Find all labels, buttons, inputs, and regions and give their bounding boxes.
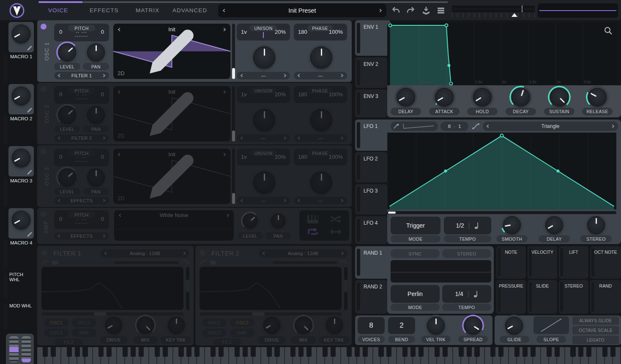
always-glide-toggle[interactable]: ALWAYS GLIDE (572, 316, 619, 325)
osc2-scrollbar[interactable] (232, 86, 235, 141)
filter2-input-osc3[interactable]: OSC3 (202, 329, 227, 337)
macro4-drag-strip[interactable] (3, 239, 8, 269)
piano-black-key[interactable] (602, 347, 607, 357)
piano-black-key[interactable] (131, 347, 136, 357)
piano-black-key[interactable] (570, 347, 575, 357)
lfo-mode-value[interactable]: Trigger (391, 217, 440, 234)
mod-wheel-strip[interactable] (3, 304, 8, 330)
piano-black-key[interactable] (194, 347, 200, 357)
env-hold-knob[interactable] (473, 88, 492, 106)
tab-env2[interactable]: ENV 2 (355, 57, 387, 88)
piano-black-key[interactable] (331, 347, 336, 357)
tab-rand2[interactable]: RAND 2 (355, 280, 387, 314)
lfo-phase-slider[interactable] (387, 211, 616, 214)
filter2-resonance-handle[interactable] (344, 280, 347, 292)
pitch-wheel[interactable] (9, 336, 19, 362)
tab-lfo2[interactable]: LFO 2 (355, 152, 387, 182)
piano-black-key[interactable] (514, 347, 520, 357)
piano-black-key[interactable] (547, 347, 552, 357)
rand-stereo-button[interactable]: STEREO (442, 249, 491, 258)
macro4-edit-pencil-icon[interactable] (27, 231, 33, 237)
lfo-shape-selector[interactable]: Triangle (483, 122, 618, 131)
env-release-knob[interactable] (588, 88, 607, 106)
filter1-input-smp[interactable]: SMP (72, 329, 96, 337)
macro1-edit-pencil-icon[interactable] (27, 45, 33, 51)
filter2-input-osc1[interactable]: OSC1 (202, 318, 227, 327)
lfo-display[interactable] (387, 133, 616, 209)
osc3-unison-knob[interactable] (253, 171, 275, 193)
tab-env3[interactable]: ENV 3 (355, 90, 387, 117)
macro4-knob[interactable] (12, 211, 30, 229)
piano-black-key[interactable] (419, 347, 424, 357)
piano-black-key[interactable] (251, 347, 256, 357)
mod-source-stereo[interactable]: STEREO (559, 280, 588, 314)
osc1-phase-rand[interactable]: 100% (329, 29, 343, 35)
filter2-input-smp[interactable]: SMP (230, 329, 254, 337)
random-phase-icon[interactable] (330, 215, 342, 224)
piano-black-key[interactable] (474, 347, 479, 357)
lfo-stereo-knob[interactable] (587, 216, 605, 234)
piano-black-key[interactable] (178, 347, 183, 357)
piano-black-key[interactable] (274, 347, 279, 357)
mod-wheel[interactable] (22, 336, 31, 362)
env-point-handle[interactable] (447, 64, 450, 67)
osc1-phase-value[interactable]: 180 (298, 29, 307, 35)
piano-black-key[interactable] (186, 347, 191, 357)
piano-black-key[interactable] (386, 347, 391, 357)
env-point-handle[interactable] (388, 23, 392, 27)
rand-sync-button[interactable]: SYNC (391, 249, 440, 258)
osc1-pan-knob[interactable] (87, 43, 105, 61)
osc1-wave-edit-pencil-icon[interactable] (113, 24, 230, 79)
loop-icon[interactable] (307, 227, 319, 236)
filter2-mix-knob[interactable] (295, 317, 312, 334)
preset-browser[interactable]: Init Preset (218, 4, 386, 17)
osc2-wavetable-display[interactable]: Init 2D (113, 86, 230, 141)
vel-trk-knob[interactable] (427, 317, 445, 334)
piano-black-key[interactable] (235, 347, 240, 357)
undo-icon[interactable] (391, 6, 401, 15)
piano-black-key[interactable] (586, 347, 591, 357)
osc3-phase-knob[interactable] (310, 171, 332, 193)
osc3-pitch-box[interactable]: PITCH 0 0 •• ••• ••••••• (54, 149, 109, 166)
tab-env1[interactable]: ENV 1 (355, 20, 391, 56)
filter1-keytrk-knob[interactable] (168, 317, 185, 334)
piano-black-key[interactable] (75, 347, 80, 357)
mod-source-oct-note[interactable]: OCT NOTE (590, 246, 621, 279)
piano-black-key[interactable] (67, 347, 72, 357)
piano-black-key[interactable] (298, 347, 304, 357)
tab-lfo3[interactable]: LFO 3 (355, 184, 387, 215)
filter1-blend-slider[interactable] (51, 261, 179, 264)
osc3-unison-detune[interactable]: 20% (275, 154, 286, 160)
tab-effects[interactable]: EFFECTS (90, 7, 119, 14)
piano-black-key[interactable] (410, 347, 416, 357)
sampler-prev-icon[interactable] (119, 214, 122, 217)
redo-icon[interactable] (406, 6, 415, 15)
piano-black-key[interactable] (363, 347, 368, 357)
filter2-cutoff-handle[interactable] (252, 312, 265, 315)
mod-source-lift[interactable]: LIFT (559, 246, 588, 279)
piano-black-key[interactable] (523, 347, 528, 357)
menu-icon[interactable] (436, 6, 446, 15)
osc2-unison-voices[interactable]: 1v (241, 91, 247, 98)
piano-black-key[interactable] (82, 347, 88, 357)
piano-black-key[interactable] (243, 347, 248, 357)
filter1-input-osc1[interactable]: OSC1 (44, 318, 68, 327)
piano-black-key[interactable] (43, 347, 48, 357)
legato-toggle[interactable]: LEGATO (572, 336, 619, 344)
filter1-drive-knob[interactable] (105, 317, 122, 334)
sample-name[interactable]: White Noise (160, 212, 188, 218)
osc2-unison-box[interactable]: UNISON 1v 20% (237, 86, 290, 103)
sampler-routing-selector[interactable]: EFFECTS (54, 232, 109, 240)
filter1-mix-knob[interactable] (137, 317, 154, 334)
piano-black-key[interactable] (51, 347, 56, 357)
osc2-unison-knob[interactable] (253, 109, 275, 131)
filter1-blend-handle[interactable] (52, 261, 58, 265)
macro3-knob[interactable] (12, 149, 30, 167)
osc3-unison-dest-selector[interactable]: --- (237, 197, 290, 204)
paint-brush-icon[interactable] (393, 123, 399, 129)
lfo-grid-y[interactable]: 1 (458, 124, 461, 129)
osc1-scrollbar[interactable] (232, 24, 235, 79)
filter1-input-osc2[interactable]: OSC2 (72, 318, 96, 327)
filter1-resonance-slider[interactable] (186, 267, 189, 310)
filter2-resonance-slider[interactable] (344, 267, 347, 310)
